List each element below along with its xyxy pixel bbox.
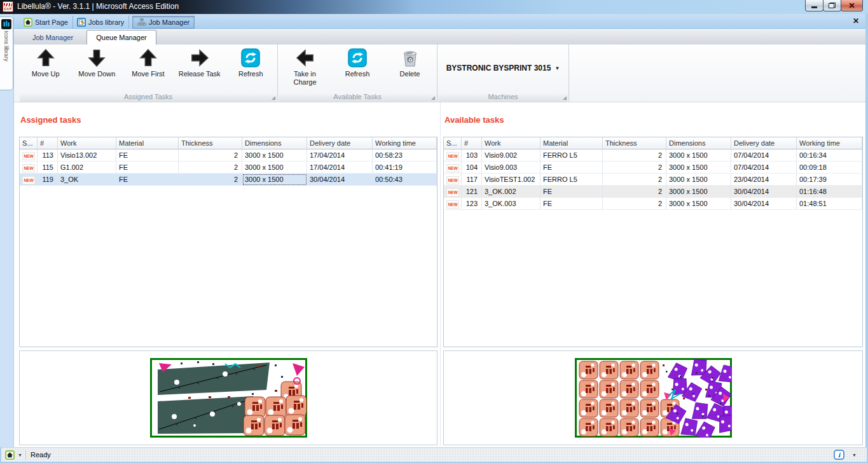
column-header-thickness[interactable]: Thickness	[603, 137, 666, 149]
cell-material: FE	[116, 162, 179, 174]
cell-material: FE	[541, 198, 603, 210]
status-text: Ready	[31, 448, 51, 462]
column-header-time[interactable]: Working time	[797, 137, 862, 149]
column-header-time[interactable]: Working time	[373, 137, 437, 149]
cell-number: 104	[462, 162, 482, 174]
table-row[interactable]: NEW 113 Visio13.002 FE 2 3000 x 1500 17/…	[20, 149, 437, 162]
group-corner-glyph	[431, 96, 435, 100]
tab-jobs-library[interactable]: Jobs library	[72, 16, 129, 29]
table-row-selected[interactable]: NEW 119 3_OK FE 2 3000 x 1500 30/04/2014…	[20, 174, 437, 186]
table-row[interactable]: NEW 115 G1.002 FE 2 3000 x 1500 17/04/20…	[20, 162, 437, 174]
status-new-icon: NEW	[22, 164, 35, 172]
ribbon-tabrow: Job Manager Queue Manager	[14, 29, 865, 45]
column-header-number[interactable]: #	[38, 137, 58, 149]
restore-button[interactable]	[823, 0, 841, 11]
cell-delivery: 17/04/2014	[307, 149, 373, 162]
document-tabstrip: Start Page Jobs library	[14, 14, 865, 29]
tabstrip-close-button[interactable]: ✕	[853, 17, 859, 25]
take-in-charge-button[interactable]: Take in Charge	[280, 46, 331, 86]
button-label: Release Task	[179, 70, 221, 78]
cell-time: 00:09:18	[797, 162, 862, 174]
table-row[interactable]: NEW 121 3_OK.002 FE 2 3000 x 1500 30/04/…	[444, 186, 862, 198]
tab-label: Job Manager	[149, 18, 189, 26]
cell-delivery: 17/04/2014	[307, 162, 373, 174]
table-header-row: S... # Work Material Thickness Dimension…	[20, 137, 437, 149]
status-new-icon: NEW	[446, 164, 459, 172]
tab-job-manager[interactable]: Job Manager	[132, 16, 195, 29]
cell-work: Visio13.002	[58, 149, 116, 162]
column-header-status[interactable]: S...	[444, 137, 462, 149]
cell-delivery: 07/04/2014	[731, 149, 797, 162]
column-header-material[interactable]: Material	[116, 137, 179, 149]
column-header-delivery[interactable]: Delivery date	[307, 137, 373, 149]
cell-delivery: 07/04/2014	[731, 162, 797, 174]
statusbar-info-dropdown[interactable]: ▼	[852, 453, 857, 457]
cell-material: FE	[116, 174, 179, 186]
arrow-right-icon	[189, 48, 210, 68]
column-header-delivery[interactable]: Delivery date	[731, 137, 797, 149]
release-task-button[interactable]: Release Task	[175, 46, 224, 78]
ribbon-tab-job-manager[interactable]: Job Manager	[19, 31, 86, 45]
close-button[interactable]: ✕	[841, 0, 863, 11]
cell-number: 103	[462, 149, 482, 162]
column-header-dimensions[interactable]: Dimensions	[666, 137, 731, 149]
column-header-material[interactable]: Material	[541, 137, 603, 149]
refresh-available-button[interactable]: Refresh	[332, 46, 383, 78]
table-row[interactable]: NEW 104 Visio9.003 FE 2 3000 x 1500 07/0…	[444, 162, 862, 174]
column-header-work[interactable]: Work	[58, 137, 116, 149]
cell-work: Visio9.003	[482, 162, 541, 174]
cell-dimensions: 3000 x 1500	[666, 149, 731, 162]
ribbon-group-available-tasks: Take in Charge	[278, 45, 437, 102]
ribbon-tab-queue-manager[interactable]: Queue Manager	[86, 30, 156, 45]
tab-label: Start Page	[35, 18, 68, 26]
status-new-icon: NEW	[446, 200, 459, 209]
documents-icon	[77, 18, 86, 27]
move-down-button[interactable]: Move Down	[72, 46, 121, 78]
refresh-assigned-button[interactable]: Refresh	[226, 46, 275, 78]
button-label: Refresh	[238, 70, 263, 78]
machine-selector-button[interactable]: BYSTRONIC BYSPRINT 3015 ▼	[437, 45, 568, 92]
window-title: Libellula® - Ver. 3.1.1 | Microsoft Acce…	[17, 2, 179, 11]
cell-work: G1.002	[58, 162, 116, 174]
table-row[interactable]: NEW 123 3_OK.003 FE 2 3000 x 1500 30/04/…	[444, 198, 862, 210]
column-header-thickness[interactable]: Thickness	[179, 137, 242, 149]
cell-time: 01:16:48	[797, 186, 862, 198]
statusbar-info-button[interactable]: i	[834, 450, 845, 460]
cell-dimensions: 3000 x 1500	[666, 198, 731, 210]
delete-button[interactable]: ♻ Delete	[385, 46, 436, 78]
cell-work: 3_OK.003	[482, 198, 541, 210]
sidebar-tab-icons-library[interactable]: Icons library	[0, 17, 13, 90]
cell-delivery: 30/04/2014	[307, 174, 373, 186]
button-label: Move First	[132, 70, 164, 78]
column-header-work[interactable]: Work	[482, 137, 541, 149]
cell-dimensions-focused: 3000 x 1500	[242, 174, 307, 186]
statusbar-home-button[interactable]	[4, 450, 15, 460]
arrow-up-icon	[138, 48, 158, 68]
move-first-button[interactable]: Move First	[123, 46, 173, 78]
cell-time: 00:41:19	[373, 162, 437, 174]
cell-material: FE	[116, 149, 179, 162]
move-up-button[interactable]: Move Up	[21, 46, 71, 78]
cell-thickness: 2	[179, 149, 242, 162]
column-header-number[interactable]: #	[462, 137, 482, 149]
cell-dimensions: 3000 x 1500	[242, 162, 307, 174]
tab-start-page[interactable]: Start Page	[19, 16, 73, 29]
cell-thickness: 2	[603, 198, 666, 210]
cell-delivery: 30/04/2014	[731, 186, 797, 198]
cell-time: 00:58:23	[373, 149, 437, 162]
minimize-button[interactable]	[805, 0, 823, 11]
cell-time: 00:17:39	[797, 174, 862, 186]
column-header-status[interactable]: S...	[20, 137, 38, 149]
chevron-down-icon: ▼	[555, 66, 560, 71]
cell-thickness: 2	[603, 149, 666, 162]
available-preview-panel	[443, 350, 863, 445]
trash-icon: ♻	[400, 48, 420, 68]
statusbar-home-dropdown[interactable]: ▼	[18, 453, 22, 457]
cell-dimensions: 3000 x 1500	[242, 149, 307, 162]
cell-dimensions: 3000 x 1500	[666, 174, 731, 186]
column-header-dimensions[interactable]: Dimensions	[242, 137, 307, 149]
statusbar: ▼ Ready i ▼	[1, 447, 867, 462]
table-row[interactable]: NEW 103 Visio9.002 FERRO L5 2 3000 x 150…	[444, 149, 862, 162]
group-label-assigned-tasks: Assigned Tasks	[20, 92, 277, 102]
table-row[interactable]: NEW 117 VisioTEST1.002 FERRO L5 2 3000 x…	[444, 174, 862, 186]
